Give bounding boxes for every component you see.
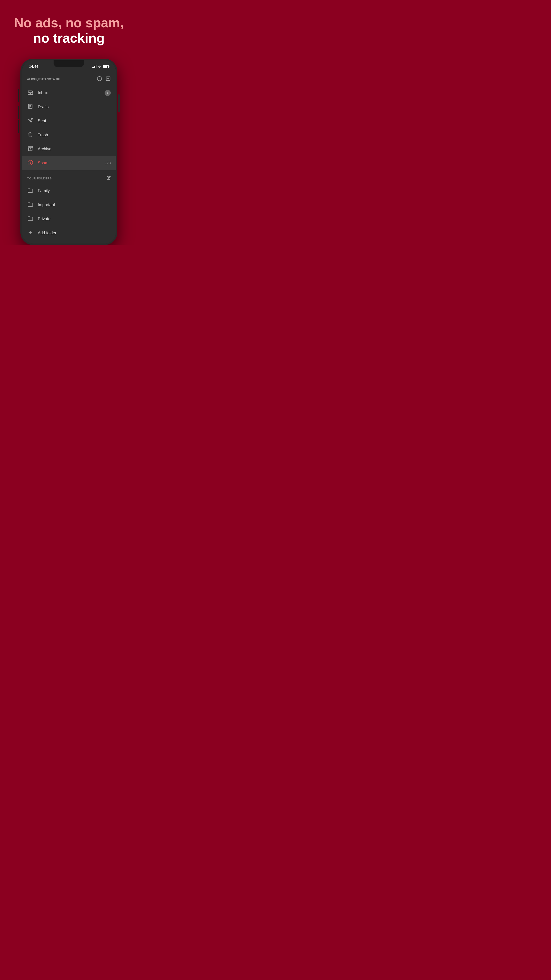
headline-line1: No ads, no spam, <box>14 15 124 30</box>
battery-icon <box>103 65 109 68</box>
trash-icon <box>27 132 34 138</box>
folder-family-icon <box>27 188 34 194</box>
private-label: Private <box>38 217 111 221</box>
headline-line2: no tracking <box>33 30 105 45</box>
sidebar-item-family[interactable]: Family <box>22 184 116 198</box>
drafts-icon <box>27 103 34 110</box>
phone-frame: 14:44 ⊙ ALICE@TUTANOTA.DE <box>21 59 118 245</box>
folder-important-icon <box>27 202 34 208</box>
archive-label: Archive <box>38 147 111 151</box>
add-folder-icon <box>27 230 34 237</box>
folders-section-header: YOUR FOLDERS <box>22 170 116 184</box>
compose-icon[interactable] <box>106 76 111 83</box>
add-folder-label: Add folder <box>38 231 111 235</box>
status-time: 14:44 <box>29 65 38 68</box>
sidebar: ALICE@TUTANOTA.DE <box>22 72 116 243</box>
sidebar-item-sent[interactable]: Sent <box>22 114 116 128</box>
sidebar-item-inbox[interactable]: Inbox 1 <box>22 86 116 100</box>
sent-icon <box>27 118 34 124</box>
phone-mockup: 14:44 ⊙ ALICE@TUTANOTA.DE <box>21 59 118 245</box>
spam-count: 173 <box>105 161 111 165</box>
filter-icon[interactable] <box>97 76 102 83</box>
inbox-label: Inbox <box>38 91 100 95</box>
folder-private-icon <box>27 216 34 223</box>
archive-icon <box>27 146 34 153</box>
phone-notch <box>54 60 84 67</box>
phone-screen: 14:44 ⊙ ALICE@TUTANOTA.DE <box>22 60 116 243</box>
status-icons: ⊙ <box>92 65 109 68</box>
folders-section-title: YOUR FOLDERS <box>27 177 52 180</box>
account-header: ALICE@TUTANOTA.DE <box>22 72 116 86</box>
wifi-icon: ⊙ <box>98 65 101 68</box>
headline: No ads, no spam, no tracking <box>4 0 134 56</box>
inbox-icon <box>27 89 34 97</box>
svg-point-0 <box>97 76 102 81</box>
inbox-badge: 1 <box>105 90 111 96</box>
svg-point-14 <box>30 163 30 164</box>
family-label: Family <box>38 189 111 193</box>
trash-label: Trash <box>38 133 111 137</box>
spam-label: Spam <box>38 161 101 165</box>
sidebar-item-private[interactable]: Private <box>22 212 116 226</box>
add-folder-button[interactable]: Add folder <box>22 226 116 240</box>
important-label: Important <box>38 203 111 207</box>
folders-edit-icon[interactable] <box>106 176 111 181</box>
sidebar-item-spam[interactable]: Spam 173 <box>22 156 116 170</box>
drafts-label: Drafts <box>38 105 111 109</box>
spam-icon <box>27 160 34 167</box>
account-email: ALICE@TUTANOTA.DE <box>27 78 60 81</box>
sent-label: Sent <box>38 119 111 123</box>
sidebar-item-drafts[interactable]: Drafts <box>22 100 116 114</box>
header-action-icons <box>97 76 111 83</box>
svg-rect-11 <box>28 146 33 148</box>
sidebar-item-trash[interactable]: Trash <box>22 128 116 142</box>
sidebar-item-important[interactable]: Important <box>22 198 116 212</box>
sidebar-item-archive[interactable]: Archive <box>22 142 116 156</box>
signal-icon <box>92 65 97 68</box>
